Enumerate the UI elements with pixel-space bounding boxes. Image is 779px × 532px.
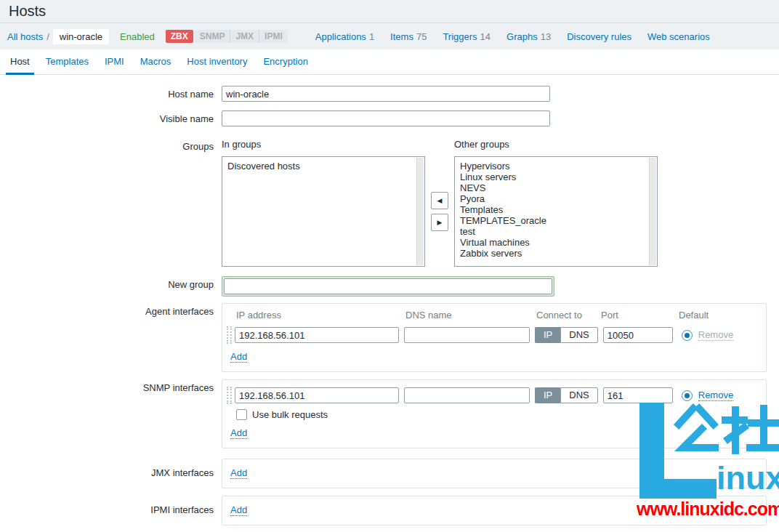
snmp-port-input[interactable]	[603, 387, 673, 403]
breadcrumb-all-hosts-link[interactable]: All hosts	[7, 31, 43, 42]
breadcrumb-separator: /	[47, 31, 49, 42]
discovery-rules-link[interactable]: Discovery rules	[567, 31, 631, 42]
col-default: Default	[679, 310, 709, 321]
items-link[interactable]: Items	[390, 31, 413, 42]
move-to-in-groups-button[interactable]: ◀	[431, 192, 448, 209]
agent-connect-toggle: IP DNS	[535, 327, 598, 343]
group-option[interactable]: Virtual machines	[460, 237, 645, 248]
in-groups-listbox[interactable]: Discovered hosts	[222, 156, 425, 267]
jmx-interfaces-box: Add	[222, 459, 767, 488]
move-to-other-groups-button[interactable]: ▶	[431, 214, 448, 231]
other-groups-listbox[interactable]: HypervisorsLinux serversNEVSPyoraTemplat…	[454, 156, 658, 267]
visible-name-label: Visible name	[0, 110, 222, 124]
snmp-interfaces-box: IP DNS Remove Use bulk requests Add	[222, 379, 767, 448]
graphs-count: 13	[541, 31, 551, 42]
use-bulk-requests-label: Use bulk requests	[252, 409, 328, 420]
agent-port-input[interactable]	[603, 327, 673, 343]
group-option[interactable]: NEVS	[460, 182, 645, 193]
bulk-requests-row: Use bulk requests	[236, 409, 760, 420]
host-name-input[interactable]	[222, 86, 550, 102]
items-count: 75	[416, 31, 427, 42]
agent-remove-link[interactable]: Remove	[698, 329, 733, 341]
tab-encryption[interactable]: Encryption	[259, 49, 312, 75]
tab-host[interactable]: Host	[6, 49, 34, 75]
form-tabs: Host Templates IPMI Macros Host inventor…	[0, 49, 779, 75]
zbx-badge: ZBX	[166, 30, 193, 43]
agent-default-radio[interactable]	[682, 330, 693, 341]
snmp-badge: SNMP	[195, 30, 231, 43]
drag-handle-icon[interactable]	[227, 326, 232, 344]
interface-columns-header: IP address DNS name Connect to Port Defa…	[227, 310, 760, 321]
agent-interface-row: IP DNS Remove	[227, 326, 760, 344]
ipmi-interfaces-label: IPMI interfaces	[0, 496, 222, 515]
col-connect-to: Connect to	[536, 310, 601, 321]
host-form: Host name Visible name Groups In groups …	[0, 75, 779, 532]
tab-templates[interactable]: Templates	[41, 49, 93, 75]
other-groups-label: Other groups	[454, 138, 658, 150]
agent-ip-input[interactable]	[235, 327, 399, 343]
jmx-add-link[interactable]: Add	[230, 467, 247, 479]
connect-dns-button[interactable]: DNS	[560, 387, 597, 403]
breadcrumb-current-host: win-oracle	[53, 29, 109, 44]
group-option[interactable]: Zabbix servers	[460, 248, 645, 259]
col-port: Port	[601, 310, 679, 321]
agent-add-link[interactable]: Add	[230, 351, 247, 363]
new-group-label: New group	[0, 276, 222, 290]
arrow-right-icon: ▶	[437, 219, 443, 226]
group-option[interactable]: Linux servers	[460, 172, 645, 182]
availability-badges: ZBX SNMP JMX IPMI	[166, 30, 288, 43]
ipmi-interfaces-box: Add	[222, 496, 767, 525]
group-option[interactable]: test	[460, 226, 645, 237]
connect-dns-button[interactable]: DNS	[560, 327, 597, 343]
visible-name-input[interactable]	[222, 110, 550, 126]
triggers-count: 14	[480, 31, 491, 42]
snmp-remove-link[interactable]: Remove	[698, 390, 733, 401]
snmp-ip-input[interactable]	[235, 387, 399, 403]
new-group-highlight	[222, 276, 554, 297]
arrow-left-icon: ◀	[437, 197, 443, 204]
drag-handle-icon[interactable]	[227, 387, 232, 404]
scrollbar-track[interactable]	[649, 158, 656, 265]
page-header: Hosts	[0, 0, 779, 23]
web-scenarios-link[interactable]: Web scenarios	[647, 31, 710, 42]
host-name-label: Host name	[0, 86, 222, 100]
group-option[interactable]: Discovered hosts	[227, 161, 413, 172]
snmp-connect-toggle: IP DNS	[535, 387, 598, 403]
in-groups-label: In groups	[222, 138, 425, 150]
snmp-add-link[interactable]: Add	[230, 427, 247, 439]
connect-ip-button[interactable]: IP	[535, 327, 560, 343]
host-status-badge: Enabled	[120, 31, 155, 42]
tab-macros[interactable]: Macros	[136, 49, 176, 75]
scrollbar-track[interactable]	[416, 158, 424, 265]
graphs-link[interactable]: Graphs	[506, 31, 538, 42]
agent-interfaces-box: IP address DNS name Connect to Port Defa…	[222, 303, 767, 372]
snmp-default-radio[interactable]	[682, 390, 693, 401]
applications-link[interactable]: Applications	[315, 31, 366, 42]
use-bulk-requests-checkbox[interactable]	[236, 409, 247, 420]
inactive-badges: SNMP JMX IPMI	[195, 30, 288, 43]
jmx-interfaces-label: JMX interfaces	[0, 459, 222, 478]
group-option[interactable]: TEMPLATES_oracle	[460, 215, 645, 226]
snmp-interfaces-label: SNMP interfaces	[0, 379, 222, 393]
col-dns-name: DNS name	[405, 310, 536, 321]
col-ip-address: IP address	[236, 310, 405, 321]
ipmi-badge: IPMI	[259, 30, 288, 43]
tab-host-inventory[interactable]: Host inventory	[182, 49, 251, 75]
group-option[interactable]: Hypervisors	[460, 161, 645, 172]
group-option[interactable]: Pyora	[460, 193, 645, 204]
breadcrumb: All hosts / win-oracle Enabled ZBX SNMP …	[0, 23, 779, 49]
applications-count: 1	[369, 31, 374, 42]
agent-dns-input[interactable]	[404, 327, 530, 343]
agent-interfaces-label: Agent interfaces	[0, 303, 222, 317]
triggers-link[interactable]: Triggers	[443, 31, 477, 42]
group-option[interactable]: Templates	[460, 204, 645, 215]
ipmi-add-link[interactable]: Add	[230, 504, 247, 516]
snmp-interface-row: IP DNS Remove	[227, 387, 760, 404]
page-title: Hosts	[9, 3, 46, 20]
connect-ip-button[interactable]: IP	[535, 387, 560, 403]
snmp-dns-input[interactable]	[404, 387, 530, 403]
jmx-badge: JMX	[230, 30, 259, 43]
tab-ipmi[interactable]: IPMI	[100, 49, 129, 75]
new-group-input[interactable]	[224, 278, 552, 294]
entity-links: Applications1 Items75 Triggers14 Graphs1…	[299, 31, 710, 42]
